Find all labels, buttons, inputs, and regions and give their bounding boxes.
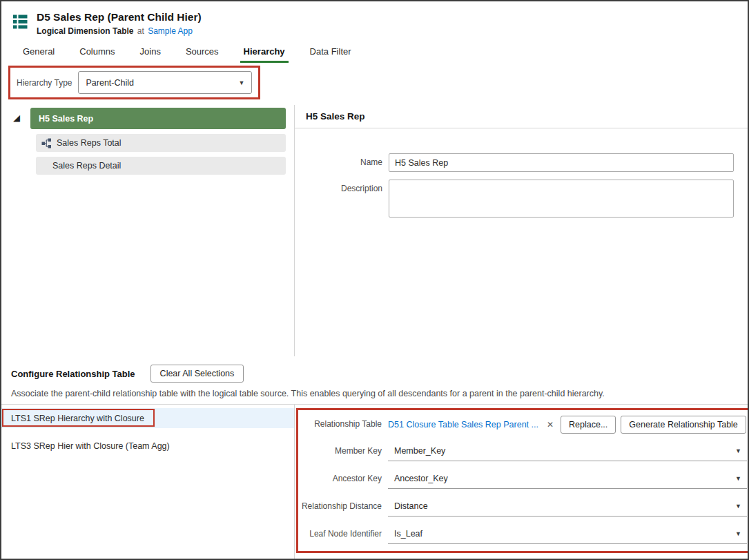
member-key-value: Member_Key — [394, 446, 445, 456]
chevron-down-icon: ▼ — [735, 530, 741, 537]
clear-all-selections-button[interactable]: Clear All Selections — [150, 365, 244, 383]
tree-expand-icon[interactable]: ◢ — [13, 113, 20, 123]
hierarchy-split: ◢ H5 Sales Rep Sales Reps Total Sales Re… — [1, 105, 748, 356]
chevron-down-icon: ▼ — [735, 475, 741, 482]
replace-button[interactable]: Replace... — [561, 416, 616, 434]
relationship-table-row: Relationship Table D51 Closure Table Sal… — [298, 415, 749, 434]
tab-general[interactable]: General — [19, 44, 58, 63]
node-detail-pane: H5 Sales Rep Name Description — [295, 105, 748, 356]
hierarchy-type-zone: Hierarchy Type Parent-Child ▼ — [1, 63, 748, 105]
relationship-description: Associate the parent-child relationship … — [1, 383, 748, 404]
relationship-table-link[interactable]: D51 Closure Table Sales Rep Parent ... — [388, 420, 538, 429]
name-label: Name — [295, 153, 389, 172]
subtitle-connector: at — [137, 26, 144, 36]
tree-item-label: Sales Reps Detail — [52, 161, 121, 171]
parent-child-icon — [41, 138, 52, 148]
relationship-form-pane: Relationship Table D51 Closure Table Sal… — [295, 405, 749, 559]
relationship-distance-label: Relationship Distance — [298, 497, 388, 516]
description-row: Description — [295, 180, 748, 218]
ancestor-key-label: Ancestor Key — [298, 470, 388, 488]
description-label: Description — [295, 180, 389, 218]
page-subtitle: Logical Dimension Table at Sample App — [37, 26, 202, 36]
hierarchy-type-value: Parent-Child — [86, 78, 133, 88]
hierarchy-type-label: Hierarchy Type — [17, 78, 72, 88]
leaf-node-identifier-value: Is_Leaf — [394, 529, 422, 539]
sample-app-link[interactable]: Sample App — [148, 26, 193, 36]
name-row: Name — [295, 153, 748, 172]
member-key-label: Member Key — [298, 442, 388, 461]
tree-root-label: H5 Sales Rep — [39, 114, 93, 124]
description-input[interactable] — [389, 180, 734, 218]
tree-root-node[interactable]: H5 Sales Rep — [30, 108, 286, 129]
chevron-down-icon: ▼ — [735, 503, 741, 510]
relationship-distance-select[interactable]: Distance ▼ — [388, 496, 747, 516]
tree-item-sales-reps-total[interactable]: Sales Reps Total — [36, 134, 286, 152]
page-header: D5 Sales Rep (Parent Child Hier) Logical… — [1, 1, 748, 39]
leaf-node-identifier-select[interactable]: Is_Leaf ▼ — [388, 524, 747, 544]
object-type-label: Logical Dimension Table — [37, 26, 133, 36]
member-key-row: Member Key Member_Key ▼ — [298, 441, 749, 461]
clear-selection-icon[interactable]: ✕ — [547, 420, 554, 429]
relationship-table-label: Relationship Table — [298, 415, 388, 434]
name-input[interactable] — [389, 153, 734, 172]
app-window: D5 Sales Rep (Parent Child Hier) Logical… — [0, 0, 749, 560]
tree-item-label: Sales Reps Total — [57, 138, 121, 148]
member-key-select[interactable]: Member_Key ▼ — [388, 441, 747, 461]
tab-bar: General Columns Joins Sources Hierarchy … — [1, 39, 748, 63]
source-item-lts1[interactable]: LTS1 SRep Hierarchy with Closure — [1, 408, 294, 428]
tab-hierarchy[interactable]: Hierarchy — [240, 44, 289, 63]
detail-title: H5 Sales Rep — [295, 105, 748, 128]
hierarchy-tree-pane: ◢ H5 Sales Rep Sales Reps Total Sales Re… — [1, 105, 295, 356]
chevron-down-icon: ▼ — [239, 79, 245, 86]
annotation-box-relationship-form: Relationship Table D51 Closure Table Sal… — [296, 408, 749, 553]
configure-relationship-title: Configure Relationship Table — [11, 369, 135, 379]
ancestor-key-select[interactable]: Ancestor_Key ▼ — [388, 469, 747, 489]
hierarchy-type-select[interactable]: Parent-Child ▼ — [78, 71, 252, 94]
relationship-header-row: Configure Relationship Table Clear All S… — [1, 358, 748, 383]
chevron-down-icon: ▼ — [735, 447, 741, 454]
tab-sources[interactable]: Sources — [182, 44, 222, 63]
source-item-label: LTS1 SRep Hierarchy with Closure — [11, 414, 144, 423]
tab-joins[interactable]: Joins — [137, 44, 164, 63]
ancestor-key-row: Ancestor Key Ancestor_Key ▼ — [298, 469, 749, 489]
leaf-node-identifier-row: Leaf Node Identifier Is_Leaf ▼ — [298, 524, 749, 544]
source-item-label: LTS3 SRep Hier with Closure (Team Agg) — [11, 441, 170, 451]
header-text: D5 Sales Rep (Parent Child Hier) Logical… — [37, 11, 202, 36]
tab-columns[interactable]: Columns — [76, 44, 118, 63]
relationship-distance-value: Distance — [394, 501, 428, 511]
relationship-distance-row: Relationship Distance Distance ▼ — [298, 496, 749, 516]
source-item-lts3[interactable]: LTS3 SRep Hier with Closure (Team Agg) — [1, 436, 294, 456]
page-title: D5 Sales Rep (Parent Child Hier) — [37, 11, 202, 23]
generate-relationship-table-button[interactable]: Generate Relationship Table — [621, 416, 746, 434]
ancestor-key-value: Ancestor_Key — [394, 474, 448, 483]
relationship-split: LTS1 SRep Hierarchy with Closure LTS3 SR… — [1, 404, 748, 559]
annotation-box-hierarchy-type: Hierarchy Type Parent-Child ▼ — [8, 66, 260, 99]
leaf-node-identifier-label: Leaf Node Identifier — [298, 525, 388, 543]
logical-table-source-list: LTS1 SRep Hierarchy with Closure LTS3 SR… — [1, 405, 295, 559]
tree-item-sales-reps-detail[interactable]: Sales Reps Detail — [36, 157, 286, 175]
logical-dimension-table-icon — [11, 12, 30, 31]
tab-data-filter[interactable]: Data Filter — [307, 44, 355, 63]
